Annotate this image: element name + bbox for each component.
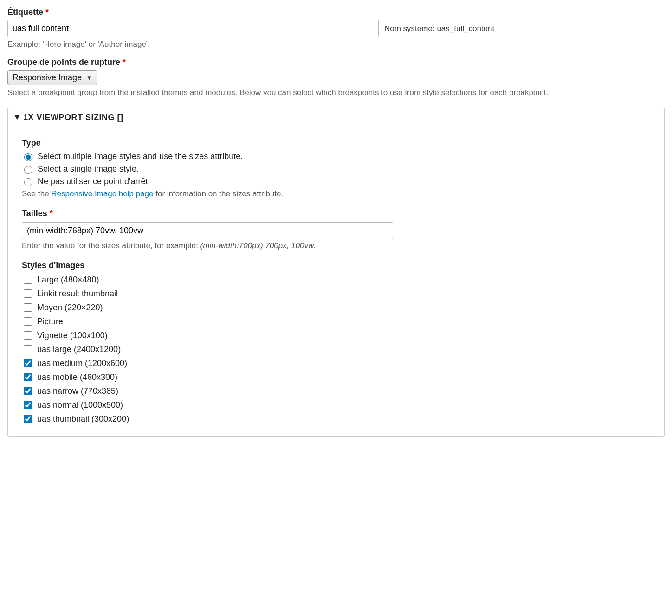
breakpoint-group-wrapper: Groupe de points de rupture * Responsive… [7, 58, 665, 97]
breakpoint-group-select[interactable]: Responsive Image ▼ [7, 70, 97, 85]
type-help-prefix: See the [22, 189, 51, 198]
chevron-down-icon: ▼ [86, 74, 92, 81]
style-checkbox-input[interactable] [24, 303, 32, 312]
viewport-sizing-details[interactable]: 1X VIEWPORT SIZING [] Type Select multip… [7, 107, 665, 437]
style-checkbox-option[interactable]: uas thumbnail (300x200) [22, 413, 650, 424]
viewport-sizing-summary[interactable]: 1X VIEWPORT SIZING [] [8, 107, 664, 128]
type-radio-label: Select multiple image styles and use the… [38, 152, 243, 161]
style-checkbox-label: uas narrow (770x385) [37, 386, 118, 396]
required-mark: * [45, 7, 49, 17]
machine-name-label: Nom système: [384, 24, 435, 33]
style-checkbox-label: uas normal (1000x500) [37, 400, 123, 410]
style-checkbox-label: Moyen (220×220) [37, 303, 103, 313]
etiquette-label-text: Étiquette [7, 7, 43, 17]
responsive-image-help-link[interactable]: Responsive Image help page [51, 189, 153, 198]
style-checkbox-option[interactable]: Picture [22, 316, 650, 327]
tailles-input[interactable] [22, 222, 393, 239]
viewport-sizing-summary-text: 1X VIEWPORT SIZING [] [23, 113, 123, 122]
required-mark: * [123, 58, 126, 67]
style-checkbox-option[interactable]: uas narrow (770x385) [22, 385, 650, 397]
etiquette-input[interactable] [7, 20, 379, 37]
etiquette-field-wrapper: Étiquette * Nom système: uas_full_conten… [7, 7, 665, 49]
styles-label: Styles d'images [22, 261, 650, 270]
style-checkbox-label: uas thumbnail (300x200) [37, 414, 129, 424]
style-checkbox-option[interactable]: uas normal (1000x500) [22, 399, 650, 411]
style-checkbox-input[interactable] [24, 359, 32, 367]
style-checkbox-label: uas large (2400x1200) [37, 345, 121, 354]
tailles-help-example: (min-width:700px) 700px, 100vw. [200, 241, 316, 250]
style-checkbox-input[interactable] [24, 373, 32, 381]
style-checkbox-input[interactable] [24, 276, 32, 284]
style-checkbox-label: Linkit result thumbnail [37, 289, 118, 299]
etiquette-help: Example: 'Hero image' or 'Author image'. [7, 40, 665, 49]
type-help: See the Responsive Image help page for i… [22, 189, 650, 199]
styles-checkbox-group: Large (480×480)Linkit result thumbnailMo… [22, 274, 650, 424]
style-checkbox-input[interactable] [24, 331, 32, 340]
style-checkbox-option[interactable]: uas large (2400x1200) [22, 344, 650, 355]
required-mark: * [50, 209, 53, 218]
tailles-label-text: Tailles [22, 209, 47, 218]
type-help-suffix: for information on the sizes attribute. [155, 189, 283, 198]
etiquette-label: Étiquette * [7, 7, 665, 17]
breakpoint-group-label-text: Groupe de points de rupture [7, 58, 120, 67]
breakpoint-group-selected: Responsive Image [13, 73, 82, 83]
style-checkbox-input[interactable] [24, 289, 32, 298]
style-checkbox-input[interactable] [24, 345, 32, 353]
type-radio-label: Ne pas utiliser ce point d'arrêt. [38, 177, 150, 186]
type-radio-label: Select a single image style. [38, 164, 139, 174]
style-checkbox-option[interactable]: Moyen (220×220) [22, 302, 650, 313]
viewport-sizing-body: Type Select multiple image styles and us… [8, 128, 664, 436]
type-radio-input[interactable] [24, 166, 32, 174]
breakpoint-group-help: Select a breakpoint group from the insta… [7, 88, 665, 97]
type-radio-option[interactable]: Select a single image style. [22, 164, 650, 174]
style-checkbox-label: Large (480×480) [37, 275, 99, 285]
tailles-help: Enter the value for the sizes attribute,… [22, 241, 650, 250]
breakpoint-group-label: Groupe de points de rupture * [7, 58, 665, 67]
type-radio-option[interactable]: Ne pas utiliser ce point d'arrêt. [22, 177, 650, 186]
style-checkbox-label: Picture [37, 317, 63, 327]
type-radio-input[interactable] [24, 178, 32, 186]
type-radio-input[interactable] [24, 153, 32, 161]
style-checkbox-option[interactable]: uas medium (1200x600) [22, 358, 650, 369]
tailles-label: Tailles * [22, 209, 650, 218]
style-checkbox-input[interactable] [24, 317, 32, 326]
style-checkbox-label: uas mobile (460x300) [37, 372, 117, 382]
style-checkbox-option[interactable]: Linkit result thumbnail [22, 288, 650, 299]
tailles-help-prefix: Enter the value for the sizes attribute,… [22, 241, 200, 250]
type-radio-option[interactable]: Select multiple image styles and use the… [22, 152, 650, 161]
type-label: Type [22, 138, 650, 148]
style-checkbox-input[interactable] [24, 401, 32, 409]
style-checkbox-option[interactable]: Large (480×480) [22, 274, 650, 285]
style-checkbox-label: uas medium (1200x600) [37, 359, 127, 368]
type-radio-group: Select multiple image styles and use the… [22, 152, 650, 186]
style-checkbox-option[interactable]: uas mobile (460x300) [22, 372, 650, 383]
style-checkbox-input[interactable] [24, 415, 32, 423]
style-checkbox-label: Vignette (100x100) [37, 331, 108, 340]
machine-name: Nom système: uas_full_content [384, 24, 494, 33]
style-checkbox-option[interactable]: Vignette (100x100) [22, 330, 650, 341]
machine-name-value: uas_full_content [437, 24, 494, 33]
style-checkbox-input[interactable] [24, 387, 32, 395]
